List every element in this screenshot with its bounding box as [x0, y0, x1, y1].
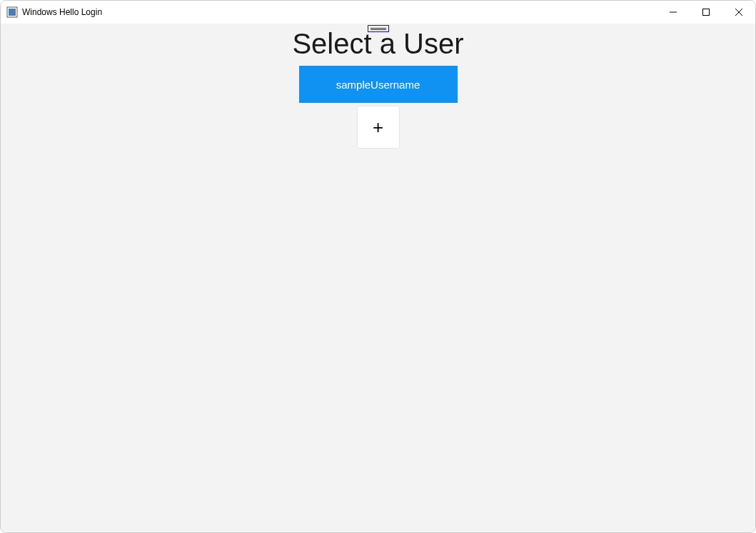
- page-title: Select a User: [292, 28, 463, 60]
- content-area: Select a User sampleUsername +: [1, 24, 755, 532]
- minimize-button[interactable]: [657, 1, 690, 24]
- app-icon: [6, 6, 18, 18]
- window-controls: [657, 1, 755, 24]
- app-window: Windows Hello Login: [0, 0, 756, 533]
- close-button[interactable]: [722, 1, 755, 24]
- add-user-button[interactable]: +: [357, 106, 400, 149]
- svg-rect-3: [703, 9, 710, 16]
- user-select-button[interactable]: sampleUsername: [299, 66, 458, 103]
- svg-rect-1: [9, 9, 16, 16]
- focus-indicator-icon: [368, 25, 389, 32]
- maximize-button[interactable]: [690, 1, 722, 24]
- window-title: Windows Hello Login: [22, 7, 102, 17]
- titlebar-left: Windows Hello Login: [6, 6, 102, 18]
- titlebar: Windows Hello Login: [1, 1, 755, 24]
